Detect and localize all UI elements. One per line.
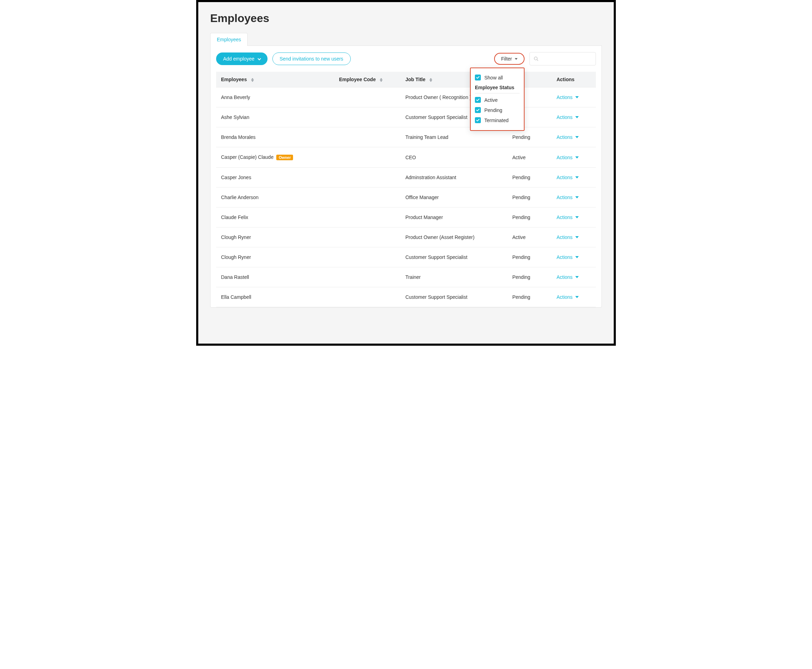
cell-job-title: Product Owner (Asset Register) <box>400 227 507 247</box>
actions-label: Actions <box>556 134 572 140</box>
actions-label: Actions <box>556 114 572 120</box>
cell-employee-name: Anna Beverly <box>216 87 334 108</box>
table-row: Casper JonesAdminstration AssistantPendi… <box>216 168 596 188</box>
cell-status: Pending <box>507 188 552 207</box>
filter-option-active[interactable]: Active <box>475 95 520 105</box>
filter-dropdown: Show all Employee Status Active Pending … <box>470 67 525 131</box>
cell-employee-name: Clough Ryner <box>216 227 334 247</box>
filter-show-all-label: Show all <box>484 75 503 81</box>
cell-employee-name: Claude Felix <box>216 207 334 227</box>
actions-dropdown[interactable]: Actions <box>556 114 579 120</box>
col-employees[interactable]: Employees <box>216 72 334 87</box>
table-row: Casper (Caspie) ClaudeOwnerCEOActiveActi… <box>216 147 596 168</box>
tab-employees[interactable]: Employees <box>210 33 248 46</box>
actions-label: Actions <box>556 175 572 180</box>
actions-dropdown[interactable]: Actions <box>556 274 579 280</box>
cell-employee-name: Casper (Caspie) ClaudeOwner <box>216 147 334 168</box>
sort-icon <box>380 78 383 82</box>
employee-name: Brenda Morales <box>221 134 256 140</box>
cell-status: Pending <box>507 207 552 227</box>
employee-name: Charlie Anderson <box>221 195 258 200</box>
cell-employee-code <box>334 108 400 127</box>
actions-dropdown[interactable]: Actions <box>556 155 579 160</box>
employee-name: Anna Beverly <box>221 94 250 100</box>
app-frame: Employees Employees Add employee Send in… <box>196 0 616 346</box>
actions-label: Actions <box>556 195 572 200</box>
filter-option-label: Terminated <box>484 118 508 123</box>
table-row: Clough RynerCustomer Support SpecialistP… <box>216 247 596 267</box>
cell-actions: Actions <box>552 247 596 267</box>
table-row: Ashe SylvianCustomer Support SpecialistA… <box>216 108 596 127</box>
add-employee-label: Add employee <box>223 56 255 62</box>
filter-option-label: Active <box>484 97 498 103</box>
table-row: Charlie AndersonOffice ManagerPendingAct… <box>216 188 596 207</box>
cell-employee-name: Dana Rastell <box>216 267 334 287</box>
cell-actions: Actions <box>552 108 596 127</box>
col-code-label: Employee Code <box>339 77 376 82</box>
filter-option-label: Pending <box>484 108 502 113</box>
cell-actions: Actions <box>552 147 596 168</box>
employee-name: Casper Jones <box>221 175 251 180</box>
col-employee-code[interactable]: Employee Code <box>334 72 400 87</box>
col-actions: Actions <box>552 72 596 87</box>
employee-name: Ashe Sylvian <box>221 114 249 120</box>
search-box[interactable] <box>529 52 596 66</box>
table-body: Anna BeverlyProduct Owner ( Recognition … <box>216 87 596 307</box>
employee-name: Claude Felix <box>221 215 248 220</box>
cell-employee-code <box>334 227 400 247</box>
caret-down-icon <box>575 216 579 219</box>
cell-actions: Actions <box>552 227 596 247</box>
cell-status: Pending <box>507 267 552 287</box>
cell-job-title: Customer Support Specialist <box>400 287 507 307</box>
cell-actions: Actions <box>552 207 596 227</box>
actions-dropdown[interactable]: Actions <box>556 175 579 180</box>
cell-actions: Actions <box>552 87 596 108</box>
checkbox-checked-icon <box>475 74 481 81</box>
table-row: Dana RastellTrainerPendingActions <box>216 267 596 287</box>
filter-option-terminated[interactable]: Terminated <box>475 115 520 125</box>
actions-dropdown[interactable]: Actions <box>556 254 579 260</box>
toolbar: Add employee Send invitations to new use… <box>216 52 596 66</box>
cell-employee-code <box>334 127 400 147</box>
actions-dropdown[interactable]: Actions <box>556 294 579 300</box>
page-title: Employees <box>210 12 602 25</box>
cell-status: Active <box>507 227 552 247</box>
caret-down-icon <box>575 176 579 178</box>
actions-label: Actions <box>556 274 572 280</box>
content-panel: Add employee Send invitations to new use… <box>210 46 602 308</box>
owner-badge: Owner <box>276 155 293 160</box>
filter-show-all[interactable]: Show all <box>475 72 520 82</box>
add-employee-button[interactable]: Add employee <box>216 52 267 65</box>
caret-down-icon <box>575 116 579 118</box>
caret-down-icon <box>575 196 579 198</box>
actions-label: Actions <box>556 155 572 160</box>
tabs-bar: Employees <box>210 32 602 46</box>
caret-down-icon <box>575 96 579 98</box>
filter-button[interactable]: Filter <box>494 53 525 65</box>
employee-name: Clough Ryner <box>221 234 251 240</box>
cell-employee-code <box>334 87 400 108</box>
cell-status: Pending <box>507 247 552 267</box>
search-input[interactable] <box>541 56 592 62</box>
actions-dropdown[interactable]: Actions <box>556 195 579 200</box>
caret-down-icon <box>575 296 579 298</box>
search-icon <box>533 56 539 62</box>
actions-dropdown[interactable]: Actions <box>556 134 579 140</box>
actions-dropdown[interactable]: Actions <box>556 234 579 240</box>
filter-option-pending[interactable]: Pending <box>475 105 520 115</box>
table-row: Claude FelixProduct ManagerPendingAction… <box>216 207 596 227</box>
cell-employee-code <box>334 247 400 267</box>
cell-status: Active <box>507 147 552 168</box>
actions-dropdown[interactable]: Actions <box>556 94 579 100</box>
cell-employee-code <box>334 207 400 227</box>
actions-label: Actions <box>556 254 572 260</box>
cell-job-title: Office Manager <box>400 188 507 207</box>
sort-icon <box>251 78 254 82</box>
caret-down-icon <box>575 236 579 238</box>
send-invitations-button[interactable]: Send invitations to new users <box>272 52 351 65</box>
actions-dropdown[interactable]: Actions <box>556 215 579 220</box>
cell-employee-name: Ashe Sylvian <box>216 108 334 127</box>
filter-label: Filter <box>501 56 512 62</box>
cell-actions: Actions <box>552 127 596 147</box>
checkbox-checked-icon <box>475 97 481 103</box>
